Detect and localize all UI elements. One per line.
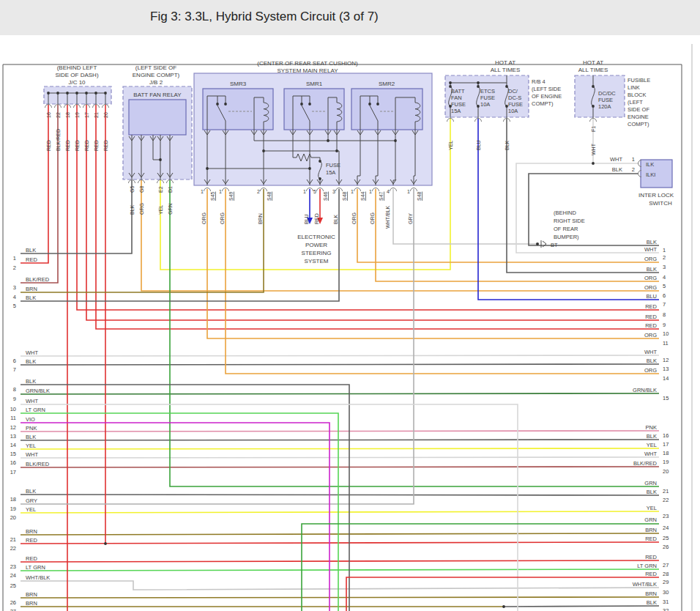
- junction-dot: [308, 167, 311, 170]
- left-wire-label: RED: [26, 555, 37, 562]
- left-pin-number: 25: [10, 582, 16, 589]
- rotated-label: YEL: [448, 141, 453, 150]
- rotated-label: BLK: [333, 214, 338, 224]
- left-wire-label: BRN: [26, 600, 37, 607]
- wire-blk: [21, 385, 349, 611]
- bt-dot-icon: [536, 242, 539, 245]
- junction-dot: [85, 92, 88, 95]
- wire-blk: [21, 495, 659, 495]
- rotated-label: 16: [46, 112, 51, 118]
- wire-wht-blk: [21, 581, 659, 590]
- rotated-label: S48: [267, 191, 272, 201]
- left-pin-number: 6: [13, 358, 16, 364]
- rotated-label: E2: [158, 186, 163, 193]
- caption-label: SWITCH: [649, 200, 672, 207]
- right-pin-number: 14: [663, 375, 669, 382]
- left-pin-number: 2: [13, 264, 16, 271]
- caption-label: 15A: [326, 169, 335, 176]
- caption-label: ALL TIMES: [491, 67, 520, 73]
- caption-label: ENGINE COMPT): [133, 72, 180, 78]
- caption-label: 120A: [598, 103, 611, 110]
- left-wire-label: VIO: [26, 416, 35, 423]
- left-pin-number: 16: [10, 459, 16, 466]
- wire-red: [21, 542, 659, 544]
- rotated-label: RED: [103, 140, 108, 151]
- wire-wht: [21, 355, 659, 356]
- right-pin-number: 31: [663, 599, 669, 605]
- caption-label: SMR1: [306, 81, 323, 87]
- junction-dot: [449, 81, 452, 84]
- left-pin-number: 3: [13, 284, 16, 291]
- caption-label: INTER LOCK: [638, 192, 674, 199]
- left-pin-number: 9: [13, 396, 16, 402]
- rotated-label: WHT: [591, 143, 596, 155]
- caption-label: FUSE: [451, 101, 466, 108]
- wire-org: [376, 189, 659, 281]
- right-wire-label: BLK: [647, 239, 657, 245]
- rotated-label: ORG: [201, 212, 206, 224]
- right-pin-number: 1: [663, 247, 666, 253]
- left-pin-number: 13: [10, 433, 16, 440]
- pin-number: 2: [257, 189, 260, 194]
- caption-label: J/C 10: [68, 79, 86, 86]
- junction-dot: [262, 149, 265, 152]
- junction-dot: [335, 149, 338, 152]
- junction-dot: [104, 92, 107, 95]
- rotated-label: YEL: [158, 205, 163, 215]
- right-wire-label: BRN: [645, 527, 657, 533]
- wire-brn: [21, 597, 659, 598]
- wire-yel: [21, 511, 659, 513]
- right-pin-number: 29: [663, 579, 669, 585]
- caption-label: SIDE OF: [628, 106, 649, 113]
- right-pin-number: 24: [663, 525, 669, 531]
- caption-label: 2: [632, 166, 635, 173]
- right-pin-number: 19: [663, 459, 669, 465]
- wire-red: [21, 560, 659, 562]
- junction-dot: [592, 105, 595, 108]
- wire-blk: [504, 606, 659, 607]
- junction-dot: [300, 103, 303, 105]
- caption-label: BLK: [612, 166, 622, 173]
- rotated-label: S44: [360, 191, 365, 201]
- left-pin-number: 10: [10, 406, 16, 412]
- left-wire-label: BRN: [26, 591, 37, 598]
- right-pin-number: 4: [663, 274, 666, 281]
- pin-number: 1: [303, 189, 306, 194]
- caption-label: ALL TIMES: [578, 67, 608, 73]
- wire-blk-red: [21, 467, 659, 467]
- left-wire-label: WHT: [26, 349, 38, 356]
- rotated-label: ORG: [370, 212, 375, 224]
- caption-label: (LEFT: [628, 99, 643, 105]
- rotated-label: F1: [591, 126, 596, 132]
- rotated-label: 18: [65, 112, 70, 118]
- wire-blk: [21, 189, 339, 301]
- left-pin-number: 22: [10, 545, 16, 552]
- wire-wht: [21, 457, 659, 458]
- caption-label: SYSTEM: [305, 258, 329, 264]
- left-pin-number: 15: [10, 451, 16, 457]
- caption-label: ETCS: [480, 88, 495, 95]
- rotated-label: 17: [84, 112, 89, 118]
- right-pin-number: 21: [663, 488, 669, 495]
- junction-dot: [368, 103, 371, 105]
- right-wire-label: BLK: [647, 489, 657, 495]
- rotated-label: RED: [75, 140, 80, 151]
- caption-label: RIGHT SIDE: [554, 218, 585, 224]
- jc10-junction-box: [44, 86, 111, 104]
- caption-label: WHT: [610, 156, 622, 163]
- left-wire-label: BLK: [26, 434, 36, 440]
- left-pin-number: 7: [13, 366, 16, 373]
- right-wire-label: RED: [645, 536, 657, 542]
- left-pin-number: 26: [10, 599, 16, 606]
- right-pin-number: 32: [663, 607, 669, 611]
- caption-label: FUSE: [508, 101, 523, 108]
- left-wire-label: GRY: [26, 497, 37, 504]
- caption-label: BATT FAN RELAY: [133, 92, 182, 98]
- left-pin-number: 1: [13, 255, 16, 262]
- rotated-label: RED: [314, 213, 319, 224]
- junction-dot: [319, 160, 321, 163]
- left-wire-label: YEL: [26, 506, 36, 513]
- rotated-label: RED: [84, 140, 89, 151]
- right-pin-number: 7: [663, 301, 666, 308]
- right-pin-number: 16: [663, 432, 669, 439]
